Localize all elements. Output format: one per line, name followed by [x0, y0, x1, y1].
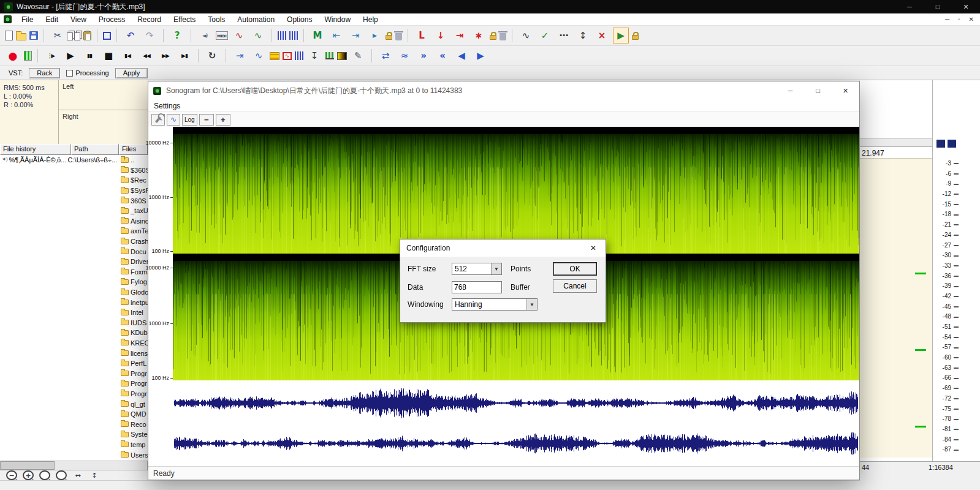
- sonogram-maximize-button[interactable]: □: [804, 81, 832, 100]
- log-scale-button[interactable]: Log: [182, 114, 197, 126]
- waveform-view-icon[interactable]: ∿: [167, 114, 180, 126]
- zoom-selection-icon[interactable]: [56, 470, 67, 480]
- play-from-cursor-icon[interactable]: ┆▶: [44, 48, 59, 64]
- zoom-in-icon[interactable]: +: [23, 470, 34, 480]
- scrollbar-thumb[interactable]: [1, 461, 55, 470]
- folder-item[interactable]: Reco: [120, 419, 148, 429]
- menu-item-file[interactable]: File: [15, 13, 39, 25]
- delete-envelope-icon[interactable]: ×: [594, 28, 610, 43]
- filter-bank-icon[interactable]: [295, 51, 303, 60]
- channel-converter-icon[interactable]: ⇄: [378, 48, 393, 64]
- sonogram-titlebar[interactable]: Sonogram for C:\Users\喵喵\Desktop\日常文件\后陡…: [148, 81, 859, 100]
- volume-envelope-icon[interactable]: ∿: [518, 28, 534, 43]
- vst-processing-checkbox[interactable]: Processing: [66, 69, 108, 77]
- delete-markers-icon[interactable]: [395, 33, 402, 40]
- marker-icon[interactable]: M: [310, 28, 325, 43]
- folder-item[interactable]: ql_gt: [120, 399, 148, 409]
- waveform-left-channel[interactable]: [174, 386, 858, 420]
- menu-item-options[interactable]: Options: [281, 13, 318, 25]
- folder-item[interactable]: licens: [120, 348, 148, 358]
- save-file-icon[interactable]: [29, 31, 38, 40]
- resample-icon[interactable]: ↧: [306, 48, 322, 64]
- folder-item[interactable]: Progr: [120, 389, 148, 399]
- menu-settings[interactable]: Settings: [148, 100, 186, 111]
- folder-item[interactable]: temp: [120, 440, 148, 450]
- statistics-icon[interactable]: [325, 52, 334, 59]
- folder-item[interactable]: Foxma: [120, 267, 148, 277]
- folder-item[interactable]: axnTe: [120, 226, 148, 236]
- sonogram-zoom-out-button[interactable]: −: [199, 114, 214, 126]
- swap-channels-icon[interactable]: ≈: [397, 48, 412, 64]
- folder-item[interactable]: Users: [120, 450, 148, 460]
- zoom-horizontal-icon[interactable]: ↔: [72, 470, 83, 480]
- sonogram-minimize-button[interactable]: ─: [777, 81, 804, 100]
- zoom-full-icon[interactable]: [39, 470, 50, 480]
- configuration-close-button[interactable]: ✕: [581, 239, 606, 257]
- menu-item-view[interactable]: View: [64, 13, 93, 25]
- windowing-select[interactable]: Hanning ▼: [452, 298, 537, 311]
- insert-channel-icon[interactable]: »: [416, 48, 431, 64]
- waveform-right-channel[interactable]: [174, 426, 858, 461]
- menu-item-process[interactable]: Process: [93, 13, 131, 25]
- configuration-titlebar[interactable]: Configuration: [400, 239, 606, 257]
- paste-icon[interactable]: [83, 31, 91, 40]
- drop-marker-icon[interactable]: ↓: [433, 28, 449, 43]
- folder-item[interactable]: Glodo: [120, 287, 148, 298]
- folder-item[interactable]: IUDS: [120, 318, 148, 328]
- column-header-file-history[interactable]: File history: [0, 144, 71, 155]
- folder-item[interactable]: Docu: [120, 246, 148, 257]
- folder-item[interactable]: Crash: [120, 236, 148, 247]
- insert-marker-icon[interactable]: ⇥: [232, 48, 248, 64]
- record-icon[interactable]: ●: [5, 48, 21, 64]
- trim-selection-icon[interactable]: [103, 32, 111, 40]
- cut-icon[interactable]: ✂: [50, 28, 66, 43]
- envelope-scale-icon[interactable]: ↕: [575, 28, 591, 43]
- next-region-icon[interactable]: ▶: [473, 48, 488, 64]
- folder-item[interactable]: Aisino: [120, 216, 148, 227]
- sonogram-icon[interactable]: [270, 52, 279, 60]
- fast-forward-icon[interactable]: ▶▶: [158, 48, 173, 64]
- folder-item[interactable]: Progr: [120, 379, 148, 389]
- ok-button[interactable]: OK: [553, 262, 597, 276]
- folder-item[interactable]: KDub: [120, 328, 148, 338]
- rewind-icon[interactable]: ◀◀: [139, 48, 154, 64]
- folder-item[interactable]: Fylog: [120, 277, 148, 287]
- menu-item-window[interactable]: Window: [318, 13, 357, 25]
- fft-size-select[interactable]: 512 ▼: [452, 263, 502, 275]
- menu-item-edit[interactable]: Edit: [39, 13, 64, 25]
- minimize-button[interactable]: ─: [895, 0, 924, 13]
- sonogram-settings-button[interactable]: [151, 114, 165, 126]
- interleave-icon[interactable]: [278, 31, 286, 40]
- lock-markers-icon[interactable]: [386, 35, 392, 40]
- lock-loop-icon[interactable]: [490, 35, 496, 40]
- loop-tool-icon[interactable]: ∿: [231, 28, 247, 43]
- previous-marker-icon[interactable]: ⇤: [329, 28, 344, 43]
- menu-item-record[interactable]: Record: [131, 13, 167, 25]
- copy-icon[interactable]: [67, 32, 73, 40]
- help-icon[interactable]: ?: [169, 28, 185, 43]
- mdi-minimize-button[interactable]: ─: [945, 16, 949, 23]
- spectrum-analysis-icon[interactable]: [283, 52, 292, 60]
- loop-playback-icon[interactable]: ↻: [204, 48, 220, 64]
- folder-item[interactable]: KREC: [120, 338, 148, 349]
- folder-item[interactable]: QMD: [120, 409, 148, 420]
- zoom-out-icon[interactable]: −: [6, 470, 17, 480]
- menu-item-help[interactable]: Help: [357, 13, 384, 25]
- loop-start-icon[interactable]: L: [414, 28, 430, 43]
- delete-loop-icon[interactable]: [499, 33, 506, 40]
- close-button[interactable]: ✕: [952, 0, 980, 13]
- menu-item-tools[interactable]: Tools: [202, 13, 231, 25]
- sonogram-close-button[interactable]: ✕: [832, 81, 859, 100]
- play-icon[interactable]: ▶: [63, 48, 78, 64]
- folder-item[interactable]: Syste: [120, 429, 148, 440]
- open-file-icon[interactable]: [16, 33, 26, 40]
- file-history-entry[interactable]: ◄) %¶‚ÃÂµÃÎÂ-Ê©‚ö... C:\Users\ß÷ß÷...: [1, 156, 119, 164]
- play-envelope-icon[interactable]: ▶: [613, 28, 629, 43]
- envelope-points-icon[interactable]: ⋯: [556, 28, 572, 43]
- vst-rack-button[interactable]: Rack: [29, 68, 60, 78]
- deinterleave-icon[interactable]: [289, 31, 298, 40]
- vst-apply-button[interactable]: Apply: [115, 68, 148, 78]
- lock-envelope-icon[interactable]: [632, 35, 639, 40]
- folder-item[interactable]: Intel: [120, 307, 148, 318]
- column-header-files[interactable]: Files: [119, 144, 148, 155]
